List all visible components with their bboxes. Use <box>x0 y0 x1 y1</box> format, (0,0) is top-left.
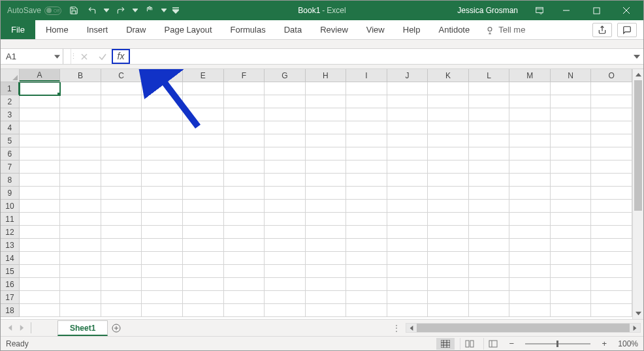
cell[interactable] <box>551 134 592 147</box>
cell[interactable] <box>428 82 469 95</box>
vertical-scroll-thumb[interactable] <box>634 80 642 211</box>
cell[interactable] <box>265 304 306 317</box>
tab-home[interactable]: Home <box>37 20 78 39</box>
cell[interactable] <box>306 95 347 108</box>
cell[interactable] <box>60 95 101 108</box>
cell[interactable] <box>101 226 142 239</box>
cell[interactable] <box>346 200 387 213</box>
cell[interactable] <box>428 121 469 134</box>
cell[interactable] <box>551 108 592 121</box>
cell[interactable] <box>60 226 101 239</box>
cell[interactable] <box>101 134 142 147</box>
cell[interactable] <box>265 147 306 160</box>
cell[interactable] <box>591 213 632 226</box>
cell[interactable] <box>60 265 101 278</box>
tab-formulas[interactable]: Formulas <box>221 20 275 39</box>
cell[interactable] <box>509 160 551 174</box>
cell[interactable] <box>469 200 510 213</box>
cell[interactable] <box>101 108 142 121</box>
cell[interactable] <box>101 200 142 213</box>
tab-insert[interactable]: Insert <box>78 20 118 39</box>
cell[interactable] <box>142 226 183 239</box>
cell[interactable] <box>20 213 61 226</box>
cell[interactable] <box>20 239 61 252</box>
row-header[interactable]: 6 <box>1 147 20 160</box>
cell[interactable] <box>509 304 551 317</box>
cell[interactable] <box>346 108 387 121</box>
cell[interactable] <box>551 213 592 226</box>
cell[interactable] <box>183 239 224 252</box>
cell[interactable] <box>509 187 551 200</box>
cell[interactable] <box>469 187 510 200</box>
cell[interactable] <box>551 147 592 160</box>
cell[interactable] <box>509 265 551 278</box>
cell[interactable] <box>224 213 265 226</box>
cell[interactable] <box>142 108 183 121</box>
cell[interactable] <box>551 95 592 108</box>
cell[interactable] <box>346 95 387 108</box>
cell[interactable] <box>387 200 428 213</box>
cell[interactable] <box>591 200 632 213</box>
cell[interactable] <box>387 213 428 226</box>
cell[interactable] <box>60 291 101 304</box>
cell[interactable] <box>428 160 469 174</box>
cell[interactable] <box>428 304 469 317</box>
cell[interactable] <box>469 239 510 252</box>
cell[interactable] <box>183 265 224 278</box>
cell[interactable] <box>183 82 224 95</box>
cell[interactable] <box>265 174 306 187</box>
cell[interactable] <box>60 200 101 213</box>
cell[interactable] <box>306 134 347 147</box>
row-header[interactable]: 9 <box>1 187 20 200</box>
cell[interactable] <box>306 147 347 160</box>
cell[interactable] <box>591 134 632 147</box>
name-box[interactable]: A1 <box>1 49 63 64</box>
sheet-tab-active[interactable]: Sheet1 <box>57 320 108 336</box>
cell[interactable] <box>551 160 592 174</box>
vertical-scroll-track[interactable] <box>633 80 643 308</box>
cell[interactable] <box>101 304 142 317</box>
cell[interactable] <box>346 304 387 317</box>
undo-icon[interactable] <box>85 3 99 18</box>
row-header[interactable]: 14 <box>1 252 20 265</box>
cell[interactable] <box>346 213 387 226</box>
cell[interactable] <box>591 82 632 95</box>
cell[interactable] <box>387 226 428 239</box>
cell[interactable] <box>101 265 142 278</box>
cell[interactable] <box>60 304 101 317</box>
cell[interactable] <box>346 278 387 291</box>
cell[interactable] <box>101 121 142 134</box>
cell[interactable] <box>183 121 224 134</box>
cell[interactable] <box>509 291 551 304</box>
view-page-break-button[interactable] <box>483 338 502 350</box>
cell[interactable] <box>224 160 265 174</box>
tab-view[interactable]: View <box>357 20 394 39</box>
cell[interactable] <box>224 82 265 95</box>
cell[interactable] <box>20 278 61 291</box>
tell-me-search[interactable]: Tell me <box>479 20 532 39</box>
minimize-button[interactable] <box>552 1 581 20</box>
cell[interactable] <box>224 95 265 108</box>
cell[interactable] <box>387 95 428 108</box>
cell[interactable] <box>346 187 387 200</box>
row-header[interactable]: 13 <box>1 239 20 252</box>
cell[interactable] <box>469 108 510 121</box>
cell[interactable] <box>428 174 469 187</box>
cell[interactable] <box>387 187 428 200</box>
cell[interactable] <box>306 252 347 265</box>
cell[interactable] <box>142 147 183 160</box>
cell[interactable] <box>265 121 306 134</box>
cell[interactable] <box>183 95 224 108</box>
cell[interactable] <box>101 213 142 226</box>
cell[interactable] <box>20 121 61 134</box>
cell[interactable] <box>20 82 61 95</box>
column-header[interactable]: A <box>20 69 61 82</box>
cell[interactable] <box>101 82 142 95</box>
cell[interactable] <box>20 304 61 317</box>
cell[interactable] <box>551 252 592 265</box>
save-icon[interactable] <box>67 3 81 18</box>
cell[interactable] <box>101 291 142 304</box>
cell[interactable] <box>265 252 306 265</box>
zoom-in-button[interactable]: + <box>600 339 609 348</box>
tab-data[interactable]: Data <box>275 20 311 39</box>
